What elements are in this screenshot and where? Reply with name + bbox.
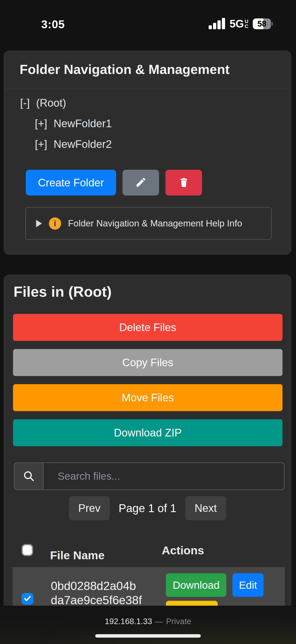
- tree-item-newfolder1[interactable]: [+]NewFolder1: [20, 113, 112, 134]
- prev-page-button[interactable]: Prev: [69, 496, 110, 520]
- home-indicator[interactable]: [95, 634, 201, 638]
- tree-item-root[interactable]: [-](Root): [20, 92, 112, 113]
- tree-item-label[interactable]: NewFolder1: [53, 118, 112, 130]
- info-icon: i: [49, 217, 61, 230]
- tree-item-label[interactable]: (Root): [36, 97, 66, 109]
- trash-icon: [178, 176, 190, 189]
- tree-item-label[interactable]: NewFolder2: [53, 138, 112, 150]
- next-page-button[interactable]: Next: [185, 496, 226, 520]
- folder-tree: [-](Root) [+]NewFolder1 [+]NewFolder2: [20, 92, 112, 154]
- download-zip-button[interactable]: Download ZIP: [13, 419, 283, 446]
- expand-toggle[interactable]: [+]: [35, 138, 47, 150]
- file-name: 0bd0288d2a04b da7ae9ce5f6e38f: [51, 579, 164, 608]
- help-accordion-label: Folder Navigation & Management Help Info: [68, 218, 242, 229]
- safari-bottom-bar: 192.168.1.33 — Private: [0, 606, 296, 644]
- status-icons: 5G U C 58: [209, 18, 271, 30]
- url-separator: —: [155, 617, 163, 626]
- network-type-label: 5G: [230, 18, 244, 30]
- delete-folder-button[interactable]: [165, 170, 202, 196]
- status-time: 3:05: [41, 18, 65, 31]
- search-icon: [22, 470, 35, 483]
- column-header-file-name: File Name: [50, 548, 105, 562]
- download-file-button[interactable]: Download: [166, 573, 226, 597]
- battery-percent: 58: [253, 18, 271, 29]
- tree-item-newfolder2[interactable]: [+]NewFolder2: [20, 134, 112, 154]
- files-card-title: Files in (Root): [13, 283, 112, 300]
- folder-navigation-card: Folder Navigation & Management [-](Root)…: [4, 50, 291, 255]
- network-type-indicator: 5G U C: [230, 18, 248, 30]
- table-header: File Name Actions: [21, 542, 281, 559]
- delete-files-button[interactable]: Delete Files: [13, 314, 283, 341]
- move-files-button[interactable]: Move Files: [13, 384, 283, 411]
- pencil-icon: [135, 176, 147, 189]
- files-card: Files in (Root) Delete Files Copy Files …: [4, 274, 291, 644]
- rename-folder-button[interactable]: [122, 170, 159, 196]
- help-accordion[interactable]: i Folder Navigation & Management Help In…: [25, 207, 272, 240]
- search-button[interactable]: [14, 462, 43, 490]
- network-sub-top: U: [245, 19, 248, 24]
- page-indicator: Page 1 of 1: [119, 502, 176, 515]
- file-name-line2: da7ae9ce5f6e38f: [51, 593, 164, 608]
- copy-files-button[interactable]: Copy Files: [13, 349, 283, 376]
- address-bar[interactable]: 192.168.1.33 — Private: [0, 617, 296, 626]
- collapse-toggle[interactable]: [-]: [20, 97, 30, 109]
- url-host: 192.168.1.33: [105, 617, 152, 626]
- signal-strength-icon: [209, 18, 225, 30]
- caret-right-icon[interactable]: [36, 220, 42, 227]
- folder-card-title: Folder Navigation & Management: [20, 62, 230, 77]
- checkmark-icon: [22, 594, 32, 604]
- edit-file-button[interactable]: Edit: [233, 573, 264, 597]
- select-all-checkbox[interactable]: [21, 544, 33, 556]
- row-checkbox-checked[interactable]: [21, 593, 33, 605]
- create-folder-button[interactable]: Create Folder: [26, 170, 116, 196]
- battery-icon: 58: [253, 18, 271, 29]
- private-mode-label: Private: [166, 617, 191, 626]
- expand-toggle[interactable]: [+]: [35, 118, 47, 130]
- network-sub-bottom: C: [245, 24, 248, 29]
- divider: [4, 89, 291, 89]
- file-name-line1: 0bd0288d2a04b: [51, 579, 164, 593]
- column-header-actions: Actions: [162, 544, 204, 557]
- search-input[interactable]: [43, 462, 285, 490]
